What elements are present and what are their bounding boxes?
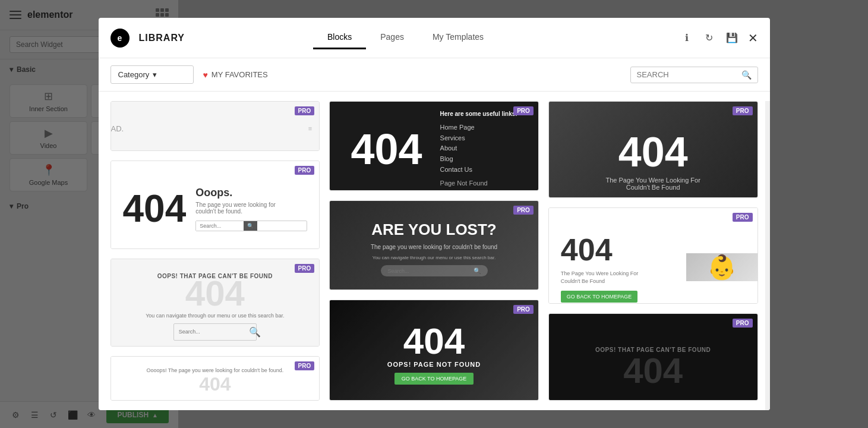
template-7-search: 🔍 xyxy=(173,323,257,341)
tab-blocks[interactable]: Blocks xyxy=(313,26,366,49)
template-card-8[interactable]: PRO 404 OOPS! PAGE NOT FOUND GO BACK TO … xyxy=(329,300,539,401)
template-preview-4: 404 The Page You Were Looking ForCouldn'… xyxy=(549,102,757,198)
template-search-input[interactable] xyxy=(637,70,737,79)
modal-header-actions: ℹ ↻ 💾 ✕ xyxy=(680,32,758,45)
save-icon[interactable]: 💾 xyxy=(725,32,738,45)
template-card-7[interactable]: PRO OOPS! THAT PAGE CAN'T BE FOUND 404 Y… xyxy=(111,259,320,347)
template-card-9[interactable]: PRO OOPS! THAT PAGE CAN'T BE FOUND 404 xyxy=(548,313,758,401)
template-6-btn: GO BACK TO HOMEPAGE xyxy=(561,291,638,303)
modal-title: LIBRARY xyxy=(139,33,185,43)
template-9-number: 404 xyxy=(623,353,683,389)
template-card-1[interactable]: PRO AD. ≡ xyxy=(111,101,320,151)
modal-tabs: Blocks Pages My Templates xyxy=(313,26,498,49)
template-7-nav: You can navigate through our menu or use… xyxy=(146,313,284,319)
template-2-link-5: Contact Us xyxy=(440,165,517,175)
template-2-link-3: About xyxy=(440,143,517,154)
template-6-text: The Page You Were Looking ForCouldn't Be… xyxy=(561,270,674,285)
template-2-link-2: Services xyxy=(440,133,517,144)
template-card-4[interactable]: PRO 404 The Page You Were Looking ForCou… xyxy=(548,101,758,198)
template-6-left: 404 The Page You Were Looking ForCouldn'… xyxy=(549,220,686,304)
template-column-2: PRO 404 Here are some useful links: Home… xyxy=(329,101,539,401)
template-card-5[interactable]: PRO ARE YOU LOST? The page you were look… xyxy=(329,200,539,290)
template-5-nav-text: You can navigate through our menu or use… xyxy=(373,255,495,260)
modal-toolbar: Category ▾ ♥ MY FAVORITES 🔍 xyxy=(99,58,770,92)
template-preview-2: 404 Here are some useful links: Home Pag… xyxy=(330,102,538,191)
pro-badge-5: PRO xyxy=(513,206,534,215)
template-preview-3: 404 Ooops. The page you were looking for… xyxy=(111,161,320,248)
template-8-content: 404 OOPS! PAGE NOT FOUND GO BACK TO HOME… xyxy=(387,323,481,385)
modal-header: e LIBRARY Blocks Pages My Templates ℹ ↻ … xyxy=(99,18,770,58)
template-column-3: PRO 404 The Page You Were Looking ForCou… xyxy=(548,101,758,401)
template-5-search-icon: 🔍 xyxy=(474,268,481,274)
template-4-subtitle: The Page You Were Looking ForCouldn't Be… xyxy=(605,177,700,191)
search-icon: 🔍 xyxy=(741,70,752,80)
template-column-1: PRO AD. ≡ PRO 404 Ooops. The page you we… xyxy=(111,101,320,401)
info-icon[interactable]: ℹ xyxy=(680,32,693,45)
tab-pages[interactable]: Pages xyxy=(366,26,418,49)
template-3-subtitle: The page you were looking forcouldn't be… xyxy=(195,202,307,215)
template-5-title: ARE YOU LOST? xyxy=(371,221,496,239)
pro-badge-1: PRO xyxy=(295,106,315,115)
template-3-search-btn: 🔍 xyxy=(244,221,257,231)
template-preview-6: 404 The Page You Were Looking ForCouldn'… xyxy=(549,208,757,304)
heart-icon: ♥ xyxy=(203,70,208,80)
pro-badge-10: PRO xyxy=(295,361,315,370)
close-button[interactable]: ✕ xyxy=(748,32,758,44)
template-3-number: 404 xyxy=(123,190,187,228)
pro-badge-7: PRO xyxy=(295,264,315,273)
template-4-number: 404 xyxy=(618,131,688,173)
template-2-subtitle: Page Not Found xyxy=(440,178,517,189)
modal-scrollbar[interactable] xyxy=(765,101,770,410)
template-preview-8: 404 OOPS! PAGE NOT FOUND GO BACK TO HOME… xyxy=(330,300,538,401)
template-3-title: Ooops. xyxy=(195,187,307,199)
ad-dots: ≡ xyxy=(308,125,312,132)
template-7-search-input xyxy=(179,329,245,335)
baby-image-placeholder: 👶 xyxy=(686,253,757,281)
pro-badge-9: PRO xyxy=(733,319,753,328)
template-6-number: 404 xyxy=(561,232,674,268)
template-5-search-input xyxy=(388,268,470,274)
template-7-search-icon: 🔍 xyxy=(249,326,261,338)
favorites-label: MY FAVORITES xyxy=(212,70,268,79)
template-2-links-title: Here are some useful links: xyxy=(440,109,517,119)
template-5-search: 🔍 xyxy=(381,265,488,276)
template-6-right: 👶 xyxy=(686,253,757,281)
template-2-link-4: Blog xyxy=(440,154,517,165)
template-7-number: 404 xyxy=(185,276,245,311)
template-preview-7: OOPS! THAT PAGE CAN'T BE FOUND 404 You c… xyxy=(111,259,320,347)
template-3-text: Ooops. The page you were looking forcoul… xyxy=(195,187,307,231)
category-label: Category xyxy=(118,70,150,79)
template-10-text: Oooops! The page you were looking for co… xyxy=(146,367,283,373)
modal-logo-letter: e xyxy=(118,33,122,43)
template-preview-5: ARE YOU LOST? The page you were looking … xyxy=(330,201,538,290)
tab-my-templates[interactable]: My Templates xyxy=(418,26,498,49)
template-2-info: Here are some useful links: Home Page Se… xyxy=(440,109,517,189)
category-select[interactable]: Category ▾ xyxy=(111,65,194,84)
template-2-number: 404 xyxy=(351,128,422,171)
template-3-search-input xyxy=(196,221,244,231)
ad-text: AD. xyxy=(111,124,124,133)
modal-content: PRO AD. ≡ PRO 404 Ooops. The page you we… xyxy=(99,92,770,410)
template-card-10-partial[interactable]: PRO Oooops! The page you were looking fo… xyxy=(111,356,320,401)
template-5-subtitle: The page you were looking for couldn't b… xyxy=(371,244,497,250)
template-search-container: 🔍 xyxy=(630,67,758,83)
pro-badge-4: PRO xyxy=(733,106,753,115)
template-10-number: 404 xyxy=(199,374,231,394)
template-card-3[interactable]: PRO 404 Ooops. The page you were looking… xyxy=(111,160,320,248)
tab-blocks-label: Blocks xyxy=(327,32,352,42)
pro-badge-6: PRO xyxy=(733,213,753,222)
template-card-6[interactable]: PRO 404 The Page You Were Looking ForCou… xyxy=(548,207,758,304)
template-8-number: 404 xyxy=(387,323,481,360)
pro-badge-3: PRO xyxy=(295,166,315,175)
template-3-search: 🔍 xyxy=(195,221,307,231)
modal-logo: e xyxy=(111,29,130,48)
template-8-btn: GO BACK TO HOMEPAGE xyxy=(394,373,474,385)
modal-overlay: e LIBRARY Blocks Pages My Templates ℹ ↻ … xyxy=(0,0,868,428)
template-card-2[interactable]: PRO 404 Here are some useful links: Home… xyxy=(329,101,539,191)
template-library-modal: e LIBRARY Blocks Pages My Templates ℹ ↻ … xyxy=(99,18,770,410)
tab-pages-label: Pages xyxy=(380,32,404,42)
pro-badge-2: PRO xyxy=(513,106,534,115)
template-2-link-1: Home Page xyxy=(440,122,517,133)
refresh-icon[interactable]: ↻ xyxy=(703,32,716,45)
favorites-button[interactable]: ♥ MY FAVORITES xyxy=(203,70,268,80)
